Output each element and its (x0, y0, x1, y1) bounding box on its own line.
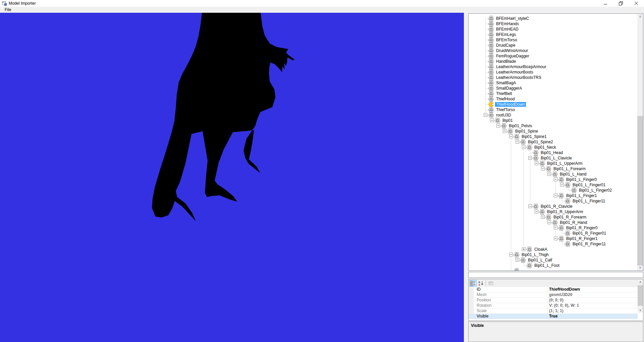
tree-item-label[interactable]: BFEmHEAD (495, 27, 520, 32)
tree-expander-minus-icon[interactable] (554, 237, 557, 240)
tree-item[interactable]: SmallBagA (469, 80, 637, 86)
tree-item-label[interactable]: BFEmTorso (495, 38, 518, 42)
tree-item-label[interactable]: Bip01_R_UpperArm (546, 209, 584, 214)
property-value[interactable]: (1; 1; 1) (548, 308, 638, 313)
tree-item-label[interactable]: Bip01_R_Finger0 (565, 226, 598, 230)
tree-item-label[interactable]: Bip01_Spine2 (527, 140, 554, 144)
tree-item-label[interactable]: DruidWristArmour (495, 48, 529, 53)
tree-item-label[interactable]: DruidCape (495, 43, 516, 48)
tree-expander-minus-icon[interactable] (490, 118, 494, 122)
property-value[interactable]: V: (0; 0; 0), W: 1 (548, 303, 638, 308)
tree-item[interactable]: ThiefTorso (469, 107, 637, 112)
scroll-down-icon[interactable]: ∨ (638, 307, 643, 313)
tree-item-label[interactable]: BFEmHairl_styleC (495, 16, 530, 21)
property-value[interactable]: (0; 0; 0) (548, 298, 638, 303)
tree-expander-minus-icon[interactable] (560, 183, 564, 187)
tree-item[interactable]: Bip01_R_Finger11 (469, 241, 637, 247)
tree-filter-box[interactable] (468, 272, 643, 278)
tree-item-label[interactable]: Bip01_Spine1 (521, 134, 548, 139)
restore-button[interactable] (613, 0, 629, 7)
scroll-up-icon[interactable]: ∧ (637, 14, 643, 19)
property-row[interactable]: IDThiefHoodDown (469, 287, 638, 292)
tree-item[interactable]: BFEmHEAD (469, 27, 637, 32)
tree-item-label[interactable]: Bip01 (501, 118, 514, 123)
tree-item[interactable]: DruidCape (469, 43, 637, 48)
tree-item[interactable]: Bip01_L_Finger01 (469, 182, 637, 188)
tree-item-label[interactable]: Bip01_L_UpperArm (546, 161, 583, 166)
tree-item[interactable]: Bip01_L_Forearm (469, 166, 637, 172)
tree-item[interactable]: Bip01_L_Finger1 (469, 193, 637, 198)
minimize-button[interactable] (598, 0, 613, 7)
tree-item[interactable]: Bip01_L_Thigh (469, 252, 637, 257)
tree-item[interactable]: Bip01_Neck (469, 145, 637, 150)
property-scrollbar-thumb[interactable] (638, 285, 643, 306)
tree-item-label[interactable]: Bip01_R_Finger11 (572, 242, 607, 246)
tree-scrollbar[interactable]: ∧ ∨ (637, 14, 643, 271)
property-scrollbar[interactable]: ∧ ∨ (638, 279, 643, 313)
tree-expander-minus-icon[interactable] (535, 210, 538, 213)
tree-expander-minus-icon[interactable] (528, 204, 532, 208)
tree-item-label[interactable]: Bip01_R_Hand (559, 220, 588, 225)
tree-expander-minus-icon[interactable] (528, 156, 532, 160)
property-pages-button[interactable] (487, 280, 495, 287)
tree-item[interactable]: LeatherArmourBoots (469, 69, 637, 75)
tree-item[interactable]: LeatherArmourBootsTRS (469, 75, 637, 80)
tree-item[interactable]: BFEmHairl_styleC (469, 16, 637, 21)
tree-item[interactable]: Bip01_Spine (469, 129, 637, 134)
tree-item[interactable]: FemRogueDagger (469, 53, 637, 59)
tree-item-label[interactable]: Bip01_L_Forearm (552, 166, 587, 171)
tree-item[interactable]: Bip01_L_UpperArm (469, 161, 637, 166)
tree-item[interactable]: Bip01_R_Hand (469, 220, 637, 225)
tree-item[interactable]: Bip01_R_Forearm (469, 214, 637, 220)
tree-item-label[interactable]: Bip01_L_Finger01 (572, 183, 606, 187)
tree-item[interactable]: Bip01_Spine1 (469, 134, 637, 139)
tree-expander-minus-icon[interactable] (484, 113, 487, 117)
tree-item-label[interactable]: Bip01_L_Finger0 (565, 177, 598, 182)
tree-item-label[interactable]: Bip01_L_Thigh (521, 252, 550, 257)
property-row[interactable]: VisibleTrue (469, 314, 638, 319)
tree-item[interactable]: CloakA (469, 247, 637, 252)
tree-item[interactable]: Bip01_R_Finger01 (469, 231, 637, 236)
property-row[interactable]: Scale(1; 1; 1) (469, 308, 638, 314)
tree-item-label[interactable]: Bip01_L_Finger1 (565, 193, 598, 198)
property-value[interactable]: ThiefHoodDown (548, 287, 638, 292)
tree-item-label[interactable]: rootU3D (495, 113, 512, 117)
tree-item-label[interactable]: BFEmHands (495, 21, 520, 26)
tree-expander-minus-icon[interactable] (509, 253, 513, 256)
tree-item[interactable]: SmallDaggerA (469, 86, 637, 91)
tree-item-label[interactable]: Bip01_R_Forearm (552, 215, 587, 219)
tree-scrollbar-thumb[interactable] (637, 116, 643, 265)
tree-item[interactable]: BFEmLegs (469, 32, 637, 37)
tree-item-label[interactable]: Bip01_L_Foot (533, 263, 560, 268)
tree-item[interactable]: BFEmTorso (469, 37, 637, 43)
tree-item-label[interactable]: ThiefHood (495, 97, 516, 101)
tree-item-label[interactable]: SmallDaggerA (495, 86, 523, 91)
tree-item[interactable]: Bip01_L_Finger0 (469, 177, 637, 182)
tree-item[interactable]: Bip01_L_Calf (469, 257, 637, 263)
tree-item[interactable]: Bip01_Head (469, 150, 637, 155)
scroll-down-icon[interactable]: ∨ (637, 265, 643, 271)
tree-item[interactable]: BFEmHands (469, 21, 637, 27)
tree-expander-minus-icon[interactable] (547, 221, 551, 224)
tree-item-label[interactable]: ThiefBelt (495, 91, 513, 96)
tree-item-label[interactable]: Bip01_L_Finger02 (578, 188, 613, 193)
tree-item[interactable]: ThiefHood (469, 96, 637, 102)
tree-item-label[interactable]: LeatherArmourBootsTRS (495, 75, 542, 80)
property-row[interactable]: MeshgeomU3D20 (469, 292, 638, 298)
tree-item-label[interactable]: Bip01_Pelvis (508, 124, 533, 128)
tree-item-label[interactable]: FemRogueDagger (495, 54, 530, 58)
tree-item[interactable]: Bip01_R_Finger1 (469, 236, 637, 241)
tree-expander-minus-icon[interactable] (547, 172, 551, 176)
tree-expander-minus-icon[interactable] (496, 124, 500, 128)
tree-item-label[interactable]: Bip01_L_Finger11 (572, 199, 606, 203)
tree-item-label[interactable]: Bip01_L_Hand (559, 172, 587, 177)
tree-item[interactable]: Bip01_L_Hand (469, 172, 637, 177)
tree-item[interactable]: Bip01_Pelvis (469, 123, 637, 129)
tree-item[interactable]: Bip01_L_Finger11 (469, 198, 637, 204)
tree-item[interactable]: HandBlade (469, 59, 637, 64)
tree-item-label[interactable]: Bip01_Neck (533, 145, 557, 150)
alphabetical-sort-button[interactable]: A Z (477, 280, 485, 287)
tree-item[interactable]: LeatherArmourBicepArmour (469, 64, 637, 69)
tree-expander-minus-icon[interactable] (522, 145, 526, 149)
scroll-up-icon[interactable]: ∧ (638, 279, 643, 285)
